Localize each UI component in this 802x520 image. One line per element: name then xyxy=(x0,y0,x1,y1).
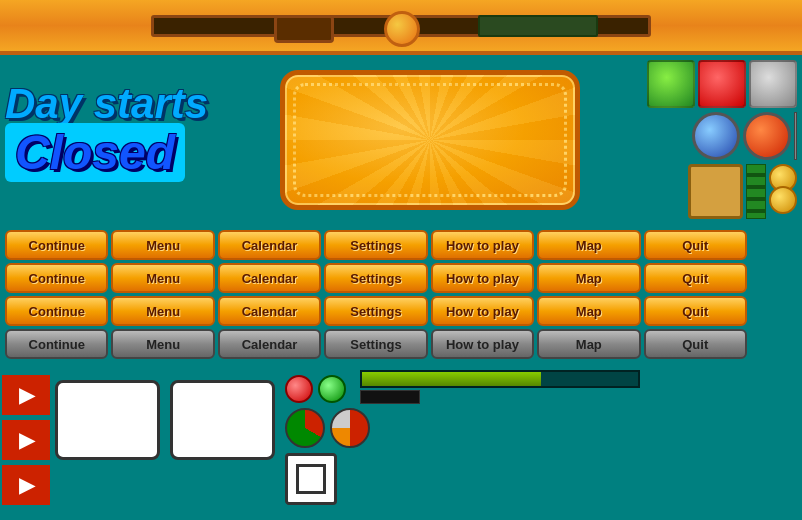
nav-btn-0-3[interactable]: Settings xyxy=(324,230,427,260)
nav-btn-3-3[interactable]: Settings xyxy=(324,329,427,359)
nav-btn-2-1[interactable]: Menu xyxy=(111,296,214,326)
nav-btn-3-6[interactable]: Quit xyxy=(644,329,747,359)
coins-icon xyxy=(769,170,797,214)
nav-btn-2-0[interactable]: Continue xyxy=(5,296,108,326)
nav-btn-3-0[interactable]: Continue xyxy=(5,329,108,359)
nav-btn-0-0[interactable]: Continue xyxy=(5,230,108,260)
nav-btn-3-4[interactable]: How to play xyxy=(431,329,534,359)
nav-btn-3-2[interactable]: Calendar xyxy=(218,329,321,359)
green-bars-icon xyxy=(746,164,766,219)
red-block-3: ▶ xyxy=(2,465,50,505)
button-row-2: ContinueMenuCalendarSettingsHow to playM… xyxy=(5,296,747,326)
film-reel-icon xyxy=(688,164,743,219)
red-block-1: ▶ xyxy=(2,375,50,415)
nav-btn-3-5[interactable]: Map xyxy=(537,329,640,359)
nav-btn-2-5[interactable]: Map xyxy=(537,296,640,326)
green-button[interactable] xyxy=(647,60,695,108)
sprites-area: ▶ ▶ ▶ xyxy=(0,365,500,520)
button-rows: ContinueMenuCalendarSettingsHow to playM… xyxy=(5,230,747,359)
orange-dial[interactable] xyxy=(743,112,791,160)
top-bar-brown-rect xyxy=(274,15,334,43)
orange-sign xyxy=(280,70,580,210)
nav-btn-2-6[interactable]: Quit xyxy=(644,296,747,326)
mini-controls xyxy=(285,375,370,505)
red-block-2: ▶ xyxy=(2,420,50,460)
button-row-0: ContinueMenuCalendarSettingsHow to playM… xyxy=(5,230,747,260)
nav-btn-0-1[interactable]: Menu xyxy=(111,230,214,260)
mini-red-circle[interactable] xyxy=(285,375,313,403)
mini-row-2 xyxy=(285,408,370,448)
coin-2 xyxy=(769,186,797,214)
blue-dial[interactable] xyxy=(692,112,740,160)
nav-btn-2-4[interactable]: How to play xyxy=(431,296,534,326)
mini-row-3 xyxy=(285,453,370,505)
nav-btn-1-1[interactable]: Menu xyxy=(111,263,214,293)
right-controls xyxy=(642,60,797,219)
mini-pie-chart-1 xyxy=(285,408,325,448)
red-character: ▶ ▶ ▶ xyxy=(2,375,50,520)
nav-btn-0-6[interactable]: Quit xyxy=(644,230,747,260)
speech-bubble-left xyxy=(55,380,160,460)
speech-bubble-right xyxy=(170,380,275,460)
nav-btn-2-2[interactable]: Calendar xyxy=(218,296,321,326)
bottom-right-row xyxy=(642,164,797,219)
top-bar xyxy=(0,0,802,55)
red-button[interactable] xyxy=(698,60,746,108)
dial-row xyxy=(642,112,797,160)
nav-btn-3-1[interactable]: Menu xyxy=(111,329,214,359)
nav-btn-1-4[interactable]: How to play xyxy=(431,263,534,293)
sign-rays xyxy=(285,75,575,205)
button-row-1: ContinueMenuCalendarSettingsHow to playM… xyxy=(5,263,747,293)
gray-button[interactable] xyxy=(749,60,797,108)
nav-btn-1-3[interactable]: Settings xyxy=(324,263,427,293)
mini-square-button[interactable] xyxy=(285,453,337,505)
top-bar-track xyxy=(151,15,651,37)
mini-row-1 xyxy=(285,375,370,403)
black-bar xyxy=(360,390,420,404)
nav-btn-1-0[interactable]: Continue xyxy=(5,263,108,293)
top-bar-orange-circle xyxy=(384,11,420,47)
nav-btn-0-5[interactable]: Map xyxy=(537,230,640,260)
nav-btn-1-2[interactable]: Calendar xyxy=(218,263,321,293)
nav-btn-1-6[interactable]: Quit xyxy=(644,263,747,293)
day-starts-text: Day starts xyxy=(5,80,208,128)
mini-pie-chart-2 xyxy=(330,408,370,448)
closed-text: Closed xyxy=(5,123,185,182)
mini-green-circle[interactable] xyxy=(318,375,346,403)
nav-btn-2-3[interactable]: Settings xyxy=(324,296,427,326)
nav-btn-0-4[interactable]: How to play xyxy=(431,230,534,260)
progress-bar-container xyxy=(360,370,640,388)
nav-btn-1-5[interactable]: Map xyxy=(537,263,640,293)
top-bar-green-rect xyxy=(478,15,598,37)
inner-square xyxy=(296,464,326,494)
button-row-3: ContinueMenuCalendarSettingsHow to playM… xyxy=(5,329,747,359)
main-area: Day starts Closed ContinueMenuCalendarSe xyxy=(0,55,802,520)
nav-btn-0-2[interactable]: Calendar xyxy=(218,230,321,260)
color-buttons-row xyxy=(642,60,797,108)
progress-bar-fill xyxy=(362,372,541,386)
dial-line xyxy=(794,112,797,160)
